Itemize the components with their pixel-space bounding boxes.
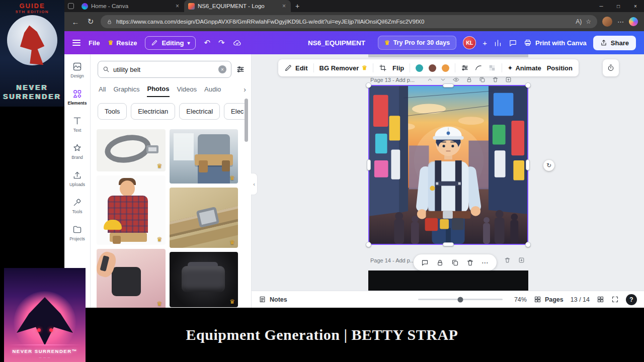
- resize-menu[interactable]: ♛ Resize: [108, 39, 137, 47]
- resize-handle-top[interactable]: [443, 83, 454, 87]
- browser-menu-icon[interactable]: ⋯: [617, 18, 624, 26]
- photo-result-strap-buckle[interactable]: ♛: [170, 188, 238, 248]
- line-weight-button[interactable]: [474, 64, 482, 72]
- sidebar-item-elements[interactable]: Elements: [64, 88, 90, 106]
- color-swatch-teal[interactable]: [416, 64, 423, 72]
- print-button[interactable]: Print with Canva: [524, 39, 587, 47]
- share-button[interactable]: Share: [593, 36, 636, 50]
- window-close-button[interactable]: ×: [627, 0, 644, 12]
- design-title[interactable]: NS6_EQUIPMENT: [308, 39, 365, 47]
- search-input[interactable]: [113, 66, 215, 73]
- animate-button[interactable]: ✦ Animate: [508, 64, 541, 72]
- favorite-star-icon[interactable]: ☆: [586, 18, 591, 25]
- delete-page-icon[interactable]: [504, 257, 511, 263]
- file-menu[interactable]: File: [89, 39, 100, 47]
- tab-videos[interactable]: Videos: [177, 85, 197, 97]
- tab-all[interactable]: All: [99, 85, 106, 97]
- transparency-button[interactable]: [488, 64, 496, 72]
- tab-actions-button[interactable]: [64, 0, 77, 12]
- browser-tab-home[interactable]: Home - Canva ×: [77, 0, 184, 12]
- resize-handle-top-left[interactable]: [366, 82, 371, 88]
- comment-icon[interactable]: [421, 259, 429, 266]
- window-minimize-button[interactable]: ─: [593, 0, 610, 12]
- fullscreen-icon[interactable]: [611, 296, 619, 303]
- sidebar-item-design[interactable]: Design: [64, 61, 90, 78]
- browser-tab-current[interactable]: NS6_EQUIPMENT - Logo ×: [184, 0, 291, 12]
- refresh-button[interactable]: ↻: [86, 17, 96, 26]
- sidebar-item-tools[interactable]: Tools: [64, 197, 90, 214]
- resize-handle-top-right[interactable]: [525, 82, 531, 88]
- panel-scrollbar[interactable]: [245, 99, 248, 142]
- move-page-down-icon[interactable]: [440, 76, 446, 83]
- chip-electrician[interactable]: Electrician: [131, 103, 175, 120]
- comments-icon[interactable]: [509, 39, 517, 47]
- add-page-icon[interactable]: [505, 76, 512, 83]
- chip-electrical[interactable]: Electrical: [179, 103, 220, 120]
- delete-page-icon[interactable]: [492, 76, 499, 83]
- chevron-right-icon[interactable]: ›: [244, 85, 246, 97]
- trash-icon[interactable]: [466, 259, 474, 266]
- resize-handle-left[interactable]: [367, 159, 371, 170]
- resize-handle-bottom[interactable]: [443, 242, 454, 246]
- hide-page-icon[interactable]: [453, 76, 459, 83]
- resize-handle-bottom-right[interactable]: [525, 242, 531, 247]
- tab-close-icon[interactable]: ×: [175, 3, 180, 10]
- position-button[interactable]: Position: [547, 64, 573, 72]
- redo-button[interactable]: ↷: [218, 38, 225, 47]
- crop-button[interactable]: [379, 64, 387, 72]
- page-13-label[interactable]: Page 13 - Add p...: [370, 77, 415, 83]
- user-avatar[interactable]: KL: [463, 36, 476, 49]
- undo-button[interactable]: ↶: [204, 38, 210, 47]
- sidebar-item-uploads[interactable]: Uploads: [64, 170, 90, 187]
- edit-image-button[interactable]: Edit: [284, 64, 308, 72]
- clear-search-icon[interactable]: ×: [218, 65, 226, 73]
- tab-graphics[interactable]: Graphics: [113, 85, 139, 97]
- page-14-label[interactable]: Page 14 - Add p...: [370, 257, 415, 263]
- new-tab-button[interactable]: +: [291, 0, 304, 12]
- add-member-button[interactable]: +: [482, 39, 487, 47]
- resize-handle-bottom-left[interactable]: [366, 242, 371, 247]
- insights-icon[interactable]: [494, 39, 502, 47]
- chip-truncated[interactable]: Elec: [224, 103, 245, 120]
- sidebar-item-text[interactable]: Text: [64, 116, 90, 133]
- add-page-icon[interactable]: [518, 257, 525, 263]
- tab-photos[interactable]: Photos: [147, 85, 169, 97]
- duplicate-icon[interactable]: [451, 259, 459, 266]
- sidebar-item-brand[interactable]: Brand: [64, 143, 90, 160]
- color-swatch-brown[interactable]: [429, 64, 436, 72]
- address-bar[interactable]: https://www.canva.com/design/DAGnppAVXF8…: [101, 15, 597, 28]
- chip-tools[interactable]: Tools: [98, 103, 127, 120]
- filter-button[interactable]: [236, 65, 245, 74]
- window-maximize-button[interactable]: □: [610, 0, 627, 12]
- color-swatch-orange[interactable]: [442, 64, 449, 72]
- page-14-canvas[interactable]: [368, 270, 528, 291]
- zoom-slider-thumb[interactable]: [457, 297, 463, 302]
- rotate-handle[interactable]: ↻: [543, 160, 554, 171]
- page-13-artwork-electrician-anime[interactable]: [369, 86, 527, 244]
- photo-result-electrician-belt[interactable]: ♛: [170, 129, 238, 184]
- collapse-panel-button[interactable]: ‹: [251, 173, 258, 195]
- try-pro-button[interactable]: ♛ Try Pro for 30 days: [378, 36, 456, 50]
- tab-close-icon[interactable]: ×: [281, 3, 287, 10]
- tab-audio[interactable]: Audio: [204, 85, 221, 97]
- resize-handle-right[interactable]: [526, 159, 530, 170]
- photo-result-utility-belt[interactable]: ♛: [97, 129, 166, 171]
- lock-icon[interactable]: [436, 259, 444, 266]
- photo-result-tool-pouch-pink[interactable]: ♛: [97, 249, 166, 308]
- page-13-canvas[interactable]: [368, 85, 528, 245]
- move-page-up-icon[interactable]: [427, 76, 433, 83]
- duplicate-page-icon[interactable]: [479, 76, 486, 83]
- lock-page-icon[interactable]: [466, 76, 472, 83]
- copilot-icon[interactable]: [629, 17, 638, 26]
- menu-icon[interactable]: [72, 40, 80, 46]
- flip-button[interactable]: Flip: [392, 64, 404, 72]
- more-options-icon[interactable]: ⋯: [481, 258, 489, 266]
- back-button[interactable]: ←: [70, 18, 80, 26]
- search-box[interactable]: ×: [98, 61, 231, 78]
- notes-button[interactable]: Notes: [259, 296, 287, 303]
- photo-result-leather-pouch[interactable]: ♛: [170, 252, 238, 307]
- browser-profile-avatar[interactable]: [602, 17, 612, 27]
- help-button[interactable]: ?: [626, 294, 637, 305]
- bg-remover-button[interactable]: BG Remover ♛: [319, 64, 368, 72]
- timing-button[interactable]: [603, 59, 619, 76]
